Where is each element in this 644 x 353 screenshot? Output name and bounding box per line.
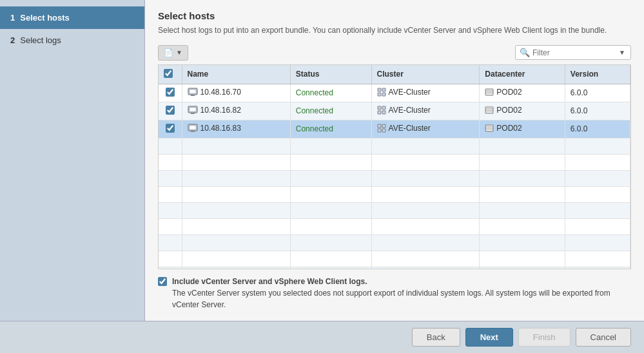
sidebar-item-number-1: 1 [10,13,15,23]
empty-cell [565,138,630,154]
table-row[interactable]: 10.48.16.83ConnectedAVE-ClusterPOD026.0.… [159,120,630,138]
row-datacenter: POD02 [480,84,565,102]
next-button[interactable]: Next [465,328,513,347]
empty-cell [565,218,630,234]
empty-cell [182,218,290,234]
svg-rect-3 [378,88,381,91]
svg-rect-22 [191,131,195,132]
row-checkbox[interactable] [166,88,175,97]
svg-rect-1 [190,90,196,93]
svg-rect-23 [378,124,381,128]
sidebar-item-label-hosts: Select hosts [20,13,70,23]
include-vcenter-checkbox[interactable] [158,277,167,286]
toolbar-left: 📄 ▼ [158,45,188,61]
empty-cell [159,138,182,154]
empty-cell [290,202,371,218]
svg-rect-5 [378,93,381,96]
row-datacenter: POD02 [480,102,565,120]
empty-cell [480,267,565,269]
include-vcenter-detail: The vCenter Server system you selected d… [172,289,610,309]
table-row-empty [159,251,630,267]
empty-cell [290,267,371,269]
cancel-button[interactable]: Cancel [576,328,631,347]
table-row[interactable]: 10.48.16.70ConnectedAVE-ClusterPOD026.0.… [159,84,630,102]
sidebar-item-select-hosts[interactable]: 1 Select hosts [0,6,144,29]
table-row-empty [159,154,630,170]
empty-cell [480,154,565,170]
wizard-sidebar: 1 Select hosts 2 Select logs [0,0,145,321]
empty-cell [565,170,630,186]
svg-rect-21 [190,126,196,129]
row-status: Connected [290,102,371,120]
row-checkbox[interactable] [166,124,175,133]
empty-cell [290,154,371,170]
empty-cell [182,154,290,170]
search-icon: 🔍 [520,48,530,57]
empty-cell [371,251,480,267]
svg-rect-13 [378,106,381,110]
row-cluster: AVE-Cluster [371,84,480,102]
row-status: Connected [290,120,371,138]
row-version: 6.0.0 [565,84,630,102]
hosts-table-container: Name Status Cluster Datacenter Version 1… [158,64,631,269]
svg-rect-15 [378,111,381,114]
empty-cell [371,170,480,186]
include-vcenter-label: Include vCenter Server and vSphere Web C… [172,277,367,286]
col-name: Name [182,65,290,84]
col-datacenter: Datacenter [480,65,565,84]
row-name: 10.48.16.82 [182,102,290,120]
empty-cell [565,202,630,218]
empty-cell [290,218,371,234]
footer-note: Include vCenter Server and vSphere Web C… [158,276,631,310]
select-all-checkbox[interactable] [164,69,173,78]
svg-rect-2 [191,95,195,96]
svg-rect-27 [485,125,493,131]
sidebar-item-label-logs: Select logs [20,35,61,45]
row-datacenter: POD02 [480,120,565,138]
row-checkbox-cell [159,120,182,138]
datacenter-icon [485,124,494,133]
filter-chevron-icon: ▼ [619,49,625,56]
row-checkbox[interactable] [166,106,175,115]
empty-cell [371,186,480,202]
col-cluster: Cluster [371,65,480,84]
row-checkbox-cell [159,102,182,120]
empty-cell [182,170,290,186]
empty-cell [371,267,480,269]
svg-rect-6 [382,93,385,96]
content-area: Select hosts Select host logs to put int… [145,0,644,321]
datacenter-icon [485,88,494,97]
table-row-empty [159,186,630,202]
empty-cell [159,234,182,251]
row-version: 6.0.0 [565,102,630,120]
empty-cell [480,218,565,234]
export-button[interactable]: 📄 ▼ [158,45,188,61]
row-version: 6.0.0 [565,120,630,138]
col-version: Version [565,65,630,84]
empty-cell [565,154,630,170]
row-cluster: AVE-Cluster [371,120,480,138]
finish-button: Finish [518,328,571,347]
svg-rect-4 [382,88,385,91]
host-icon [188,124,198,133]
export-icon: 📄 [164,48,173,57]
cluster-icon [377,124,386,133]
filter-input[interactable] [532,48,616,57]
empty-cell [159,267,182,269]
row-cluster: AVE-Cluster [371,102,480,120]
host-icon [188,106,198,115]
empty-cell [182,138,290,154]
empty-cell [290,138,371,154]
table-row[interactable]: 10.48.16.82ConnectedAVE-ClusterPOD026.0.… [159,102,630,120]
row-name: 10.48.16.83 [182,120,290,138]
empty-cell [565,251,630,267]
empty-cell [371,154,480,170]
page-title: Select hosts [158,10,631,21]
back-button[interactable]: Back [412,328,460,347]
wizard-footer: Back Next Finish Cancel [0,321,644,353]
sidebar-item-select-logs[interactable]: 2 Select logs [0,29,144,52]
empty-cell [182,234,290,251]
empty-cell [159,251,182,267]
empty-cell [159,218,182,234]
svg-rect-11 [190,108,196,111]
